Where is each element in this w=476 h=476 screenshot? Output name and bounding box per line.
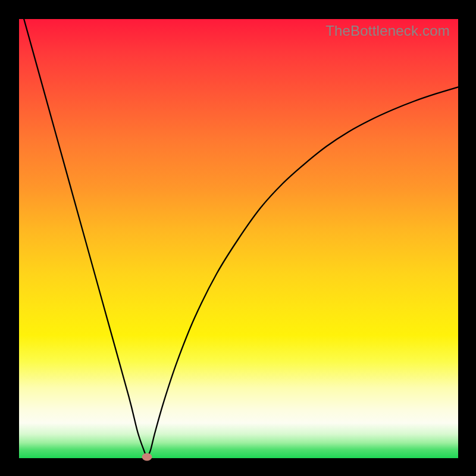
bottleneck-curve bbox=[19, 19, 458, 458]
optimal-point-marker bbox=[142, 453, 152, 461]
chart-frame: TheBottleneck.com bbox=[0, 0, 476, 476]
plot-area: TheBottleneck.com bbox=[19, 19, 458, 458]
